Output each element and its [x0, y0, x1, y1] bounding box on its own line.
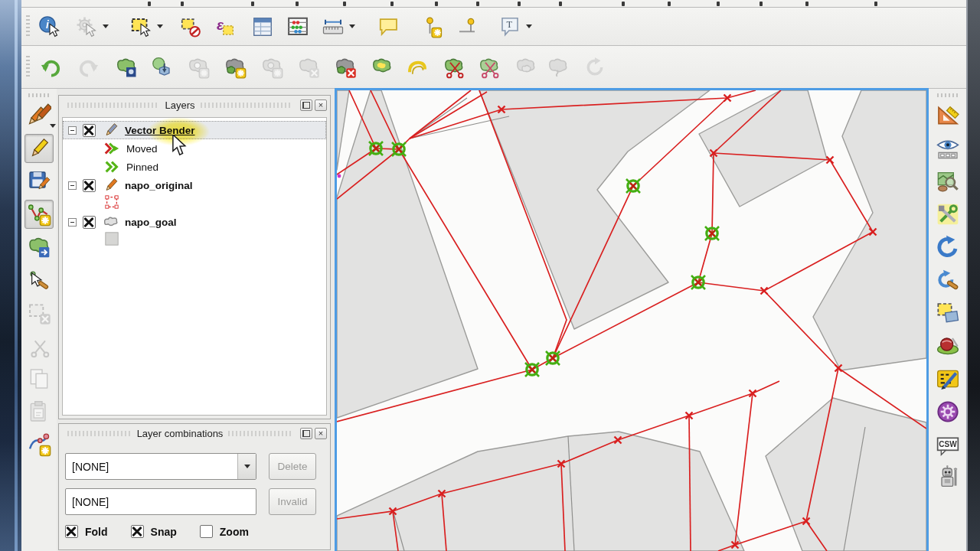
layer-subitem-pinned[interactable]: Pinned: [63, 158, 326, 176]
rotate-feature-button[interactable]: [113, 54, 140, 81]
tree-expander[interactable]: [68, 181, 77, 190]
measure-button[interactable]: [319, 13, 347, 41]
save-layer-edits-button[interactable]: [24, 167, 54, 196]
paste-features-button[interactable]: [24, 397, 54, 426]
globe-plugin-button[interactable]: [933, 331, 962, 360]
run-feature-action-button[interactable]: [73, 13, 100, 41]
combination-name-input[interactable]: [65, 488, 256, 515]
add-ring-button[interactable]: [185, 54, 212, 81]
merge-attributes-button[interactable]: [544, 54, 572, 81]
layer-visibility-checkbox[interactable]: [83, 216, 96, 229]
delete-part-button[interactable]: [332, 54, 359, 81]
node-tool-button[interactable]: [24, 266, 54, 295]
tree-expander[interactable]: [68, 126, 77, 135]
layer-item-napo-goal[interactable]: napo_goal: [63, 213, 326, 231]
select-by-expression-button[interactable]: ε: [211, 13, 238, 41]
add-part-button[interactable]: [221, 54, 249, 81]
split-parts-button[interactable]: [475, 54, 503, 81]
run-feature-action-button-dropdown[interactable]: [103, 24, 109, 28]
measure-button-dropdown[interactable]: [349, 24, 355, 28]
zoom-checkbox-box[interactable]: [200, 525, 213, 538]
toolbar-drag-handle[interactable]: [26, 15, 30, 38]
redo-button[interactable]: [74, 54, 102, 81]
fill-ring-button[interactable]: [258, 54, 286, 81]
copy-canvas-button[interactable]: [933, 298, 962, 328]
fold-checkbox-box[interactable]: [65, 525, 78, 538]
move-label-button[interactable]: [453, 13, 481, 41]
layer-combinations-close-button[interactable]: ×: [315, 428, 327, 439]
layer-symbol-row[interactable]: [63, 194, 326, 213]
checkbox-snap[interactable]: Snap: [131, 525, 177, 538]
layer-symbol-row[interactable]: [63, 231, 326, 249]
fill-ring-icon: [260, 56, 283, 79]
map-tips-button[interactable]: [375, 13, 403, 41]
expression-icon: ε: [213, 15, 236, 38]
select-features-button[interactable]: [127, 13, 155, 41]
pinned-point-marker: [626, 179, 640, 193]
map-browser-button[interactable]: [933, 167, 962, 196]
tree-expander[interactable]: [68, 218, 77, 227]
reshape-features-button[interactable]: [368, 54, 396, 81]
delete-combination-button[interactable]: Delete: [269, 453, 316, 480]
deselect-features-button[interactable]: [177, 13, 204, 41]
toolbar-drag-handle[interactable]: [28, 93, 50, 97]
checkbox-zoom[interactable]: Zoom: [200, 525, 249, 538]
layers-panel-close-button[interactable]: ×: [315, 99, 327, 111]
vector-bender-button[interactable]: [933, 463, 962, 492]
layer-combinations-float-button[interactable]: [300, 428, 312, 439]
text-annotation-button-dropdown[interactable]: [526, 24, 532, 28]
layer-visibility-button[interactable]: [933, 134, 962, 163]
current-edits-button-dropdown[interactable]: [50, 124, 56, 128]
merge-features-button[interactable]: [512, 54, 540, 81]
cad-tools-button[interactable]: [933, 101, 962, 130]
select-features-button-dropdown[interactable]: [157, 24, 163, 28]
simplify-feature-button[interactable]: [148, 54, 175, 81]
combination-select[interactable]: [NONE]: [65, 453, 256, 480]
toggle-editing-button[interactable]: [24, 134, 54, 163]
layer-subitem-moved[interactable]: Moved: [63, 139, 326, 158]
layer-item-vector-bender[interactable]: Vector Bender: [63, 121, 326, 139]
toolbar-drag-handle[interactable]: [937, 93, 959, 97]
sketch-tool-button[interactable]: [933, 364, 962, 393]
identify-features-button[interactable]: i: [36, 13, 64, 41]
layer-visibility-checkbox[interactable]: [83, 179, 96, 192]
checkbox-fold[interactable]: Fold: [65, 525, 108, 538]
plugin-builder-button[interactable]: [933, 200, 962, 229]
layer-combinations-titlebar: Layer combinations ×: [59, 424, 330, 442]
metasearch-button[interactable]: CSW: [933, 430, 962, 459]
snap-checkbox-box[interactable]: [131, 525, 144, 538]
statistical-summary-button[interactable]: [284, 13, 312, 41]
refresh-blue-icon: [936, 235, 960, 259]
toolbar-drag-handle[interactable]: [26, 56, 30, 79]
move-annotation-icon: [456, 15, 479, 38]
invalid-button[interactable]: Invalid: [269, 488, 316, 515]
pin-labels-button[interactable]: [418, 13, 446, 41]
cut-features-button[interactable]: [24, 331, 54, 360]
copy-features-button[interactable]: [24, 364, 54, 393]
merge-icon: [514, 56, 537, 79]
delete-ring-button[interactable]: [295, 54, 322, 81]
layer-visibility-checkbox[interactable]: [83, 124, 96, 137]
grey-square-swatch: [104, 231, 119, 249]
add-circular-string-button[interactable]: [24, 430, 54, 459]
plugin-update-button[interactable]: [933, 266, 962, 295]
menubar-cutoff-strip: [21, 0, 966, 8]
open-attribute-table-button[interactable]: [249, 13, 276, 41]
offset-curve-button[interactable]: [403, 54, 431, 81]
plugins-toolbar-vertical: CSW: [929, 89, 966, 551]
processing-button[interactable]: [933, 397, 962, 426]
text-annotation-button[interactable]: T: [496, 13, 524, 41]
undo-button[interactable]: [38, 54, 65, 81]
layer-item-napo-original[interactable]: napo_original: [63, 176, 326, 194]
current-edits-button[interactable]: [24, 101, 54, 130]
map-search-icon: [936, 169, 960, 194]
add-feature-button[interactable]: [24, 200, 54, 229]
move-feature-button[interactable]: [24, 233, 54, 262]
refresh-map-button[interactable]: [933, 233, 962, 262]
delete-selected-button[interactable]: [24, 298, 54, 328]
redraw-button[interactable]: [581, 54, 609, 81]
combination-select-arrow[interactable]: [237, 454, 256, 479]
layers-panel-float-button[interactable]: [300, 99, 312, 111]
split-features-button[interactable]: [440, 54, 468, 81]
map-canvas[interactable]: [335, 88, 929, 551]
